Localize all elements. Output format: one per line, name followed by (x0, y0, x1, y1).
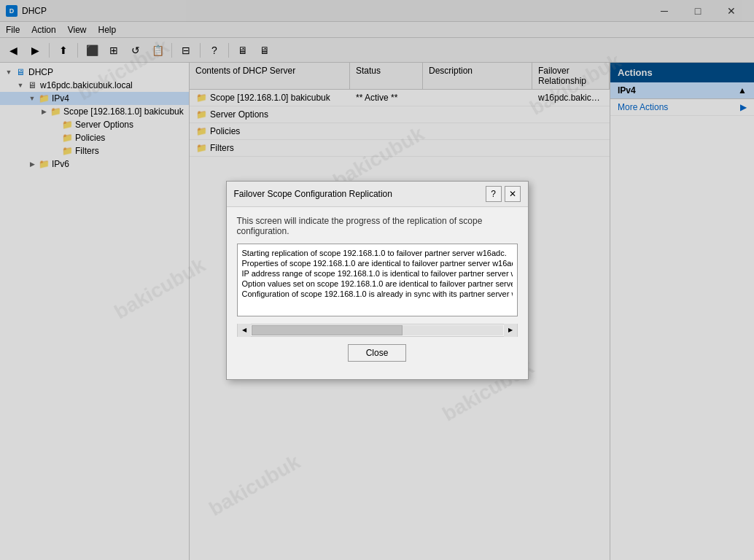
scroll-right-btn[interactable]: ▶ (504, 324, 517, 337)
log-line-5: Configuration of scope 192.168.1.0 is al… (242, 289, 513, 298)
dialog-overlay: Failover Scope Configuration Replication… (0, 0, 754, 560)
scrollbar-thumb (252, 325, 403, 335)
dialog-title: Failover Scope Configuration Replication (234, 189, 392, 199)
log-line-4: Option values set on scope 192.168.1.0 a… (242, 279, 513, 288)
failover-dialog: Failover Scope Configuration Replication… (226, 181, 529, 380)
log-line-1: Starting replication of scope 192.168.1.… (242, 249, 513, 257)
dialog-help-button[interactable]: ? (486, 186, 502, 202)
dialog-log[interactable]: Starting replication of scope 192.168.1.… (237, 244, 518, 316)
log-line-2: Properties of scope 192.168.1.0 are iden… (242, 259, 513, 268)
dialog-footer: Close (237, 344, 518, 370)
dialog-titlebar: Failover Scope Configuration Replication… (227, 182, 528, 207)
dialog-close-x-button[interactable]: ✕ (505, 186, 521, 202)
dialog-description: This screen will indicate the progress o… (237, 216, 518, 236)
dialog-scrollbar[interactable]: ◀ ▶ (237, 324, 518, 337)
log-line-3: IP address range of scope 192.168.1.0 is… (242, 269, 513, 278)
scroll-left-btn[interactable]: ◀ (238, 324, 251, 337)
scrollbar-track (252, 325, 503, 335)
dialog-close-button[interactable]: Close (348, 344, 407, 362)
dialog-content: This screen will indicate the progress o… (227, 207, 528, 379)
dialog-controls: ? ✕ (486, 186, 521, 202)
